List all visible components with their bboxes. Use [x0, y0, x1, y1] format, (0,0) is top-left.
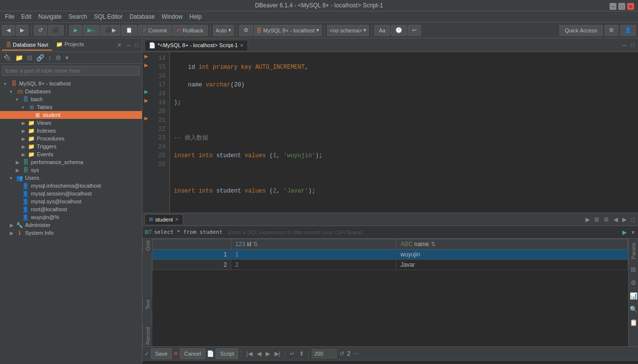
result-next-icon[interactable]: ▶: [621, 216, 628, 224]
result-tab-close[interactable]: ✕: [175, 217, 179, 222]
maximize-button[interactable]: □: [618, 3, 625, 10]
col-header-name[interactable]: ABC name ⇅: [396, 239, 628, 250]
tab-database-navigator[interactable]: 🗄 Database Navi: [2, 40, 52, 51]
explain-plan-button[interactable]: 📋: [121, 25, 137, 36]
nav-dropdown-button[interactable]: ▾: [64, 53, 70, 62]
res-count-btn[interactable]: ↵: [288, 350, 296, 358]
commit-button[interactable]: ✓ Commit: [138, 25, 171, 36]
tree-item-events[interactable]: ▶ 📁 Events: [0, 150, 142, 158]
panels-icon-1[interactable]: ⊞: [629, 264, 638, 275]
tree-item-user-4[interactable]: 👤 root@localhost: [0, 205, 142, 213]
text-label[interactable]: Text: [142, 298, 152, 311]
undo-button[interactable]: ↩: [408, 25, 421, 36]
refresh-button[interactable]: ↺: [34, 25, 47, 36]
panels-icon-3[interactable]: 📊: [628, 291, 638, 301]
tree-item-sys[interactable]: ▶ 🗄 sys: [0, 166, 142, 174]
nav-link-button[interactable]: 🔗: [35, 53, 46, 62]
cell-id-1[interactable]: 1: [231, 250, 396, 260]
panels-icon-4[interactable]: 🔍: [628, 304, 638, 314]
nav-collapse-button[interactable]: ⊟: [26, 53, 34, 62]
editor-tab-close[interactable]: ✕: [240, 43, 244, 48]
auto-commit-combo[interactable]: Auto ▾: [213, 25, 234, 36]
user-button[interactable]: 👤: [620, 25, 636, 36]
grid-label[interactable]: Grid: [142, 239, 152, 253]
res-next-btn[interactable]: ▶: [264, 350, 272, 358]
menu-search[interactable]: Search: [65, 12, 90, 21]
tree-item-student[interactable]: ⊞ student: [0, 111, 142, 119]
run-selected-button[interactable]: ▶▷: [83, 25, 100, 36]
result-settings-icon[interactable]: ⚙: [602, 216, 610, 224]
panel-maximize-icon[interactable]: □: [134, 41, 140, 49]
tree-item-tables[interactable]: ▾ ⊞ Tables: [0, 103, 142, 111]
tree-item-views[interactable]: ▶ 📁 Views: [0, 119, 142, 127]
sql-history-button[interactable]: 🕐: [391, 25, 407, 36]
tree-item-indexes[interactable]: ▶ 📁 Indexes: [0, 127, 142, 135]
name-sort-icon[interactable]: ⇅: [431, 241, 436, 248]
res-prev-btn[interactable]: ◀: [255, 350, 263, 358]
editor-maximize-icon[interactable]: □: [630, 41, 636, 49]
tree-item-databases[interactable]: ▾ 🗃 Databases: [0, 87, 142, 95]
forward-button[interactable]: ▶: [16, 25, 28, 36]
cell-name-2[interactable]: Javar: [396, 260, 628, 270]
row-count-input[interactable]: [312, 349, 336, 358]
tree-item-mysql-root[interactable]: ▾ 🗄 MySQL 8+ - localhost: [0, 80, 142, 87]
nav-new-folder-button[interactable]: 📁: [14, 53, 25, 62]
save-button[interactable]: Save: [151, 348, 172, 359]
result-prev-icon[interactable]: ◀: [612, 216, 619, 224]
menu-sql-editor[interactable]: SQL Editor: [91, 12, 125, 21]
result-maximize-icon[interactable]: □: [630, 216, 636, 224]
settings-button[interactable]: ⚙: [605, 25, 618, 36]
script-button[interactable]: Script: [216, 348, 238, 359]
id-sort-icon[interactable]: ⇅: [253, 241, 258, 248]
expr-dropdown-button[interactable]: ▾: [630, 228, 636, 236]
close-button[interactable]: ✕: [627, 3, 634, 10]
cell-id-2[interactable]: 2: [231, 260, 396, 270]
tree-item-user-3[interactable]: 👤 mysql.sys@localhost: [0, 197, 142, 205]
tree-item-performance-schema[interactable]: ▶ 🗄 performance_schema: [0, 158, 142, 166]
run-button[interactable]: ▶: [69, 25, 82, 36]
result-filter-icon[interactable]: ⊞: [593, 216, 601, 224]
format-sql-button[interactable]: Aa: [374, 25, 389, 36]
cell-name-1[interactable]: wuyujin: [396, 250, 628, 260]
menu-help[interactable]: Help: [187, 12, 205, 21]
menu-window[interactable]: Window: [159, 12, 186, 21]
menu-navigate[interactable]: Navigate: [35, 12, 64, 21]
menu-file[interactable]: File: [2, 12, 17, 21]
res-export-btn[interactable]: ⬆: [298, 350, 305, 358]
result-run-icon[interactable]: ▶: [584, 216, 591, 224]
panels-icon-2[interactable]: ⚙: [629, 278, 638, 288]
nav-new-button[interactable]: 🔌: [2, 53, 13, 62]
expr-run-button[interactable]: ▶: [621, 228, 628, 236]
table-row[interactable]: 2 2 Javar: [153, 260, 628, 270]
run-script-button[interactable]: ⬛▶: [101, 25, 120, 36]
panels-label[interactable]: Panels: [630, 241, 638, 261]
col-header-id[interactable]: 123 id ⇅: [231, 239, 396, 250]
menu-database[interactable]: Database: [127, 12, 158, 21]
tree-item-administer[interactable]: ▶ 🔧 Administer: [0, 221, 142, 229]
tab-projects[interactable]: 📁 Projects: [52, 39, 88, 51]
editor-minimize-icon[interactable]: ─: [621, 41, 628, 49]
menu-edit[interactable]: Edit: [18, 12, 34, 21]
tree-item-user-1[interactable]: 👤 mysql.infoschema@localhost: [0, 182, 142, 190]
res-first-btn[interactable]: |◀: [245, 350, 253, 358]
res-more-btn[interactable]: ⋯: [352, 350, 361, 358]
res-refresh-btn[interactable]: ↺: [338, 350, 346, 358]
minimize-button[interactable]: ─: [610, 3, 616, 10]
nav-settings-button[interactable]: ⚙: [54, 53, 63, 62]
res-last-btn[interactable]: ▶|: [273, 350, 282, 358]
panel-collapse-icon[interactable]: ✕: [115, 41, 123, 49]
record-label[interactable]: Record: [142, 325, 152, 346]
quick-access[interactable]: Quick Access: [559, 25, 603, 36]
result-tab-student[interactable]: ⊞ student ✕: [144, 214, 183, 224]
connection-settings-button[interactable]: ⚙: [239, 25, 253, 36]
cancel-button[interactable]: Cancel: [180, 348, 205, 359]
table-search-input[interactable]: [2, 66, 140, 76]
tree-item-system-info[interactable]: ▶ ℹ System Info: [0, 229, 142, 237]
stop-button[interactable]: ⬛: [48, 25, 64, 36]
schema-combo[interactable]: <no schema> ▾: [327, 25, 369, 36]
tree-item-bach[interactable]: ▾ 🗄 bach: [0, 95, 142, 103]
tree-item-procedures[interactable]: ▶ 📁 Procedures: [0, 135, 142, 142]
nav-sync-button[interactable]: ↕: [47, 53, 53, 62]
rollback-button[interactable]: ↩ Rollback: [172, 25, 208, 36]
tree-item-user-2[interactable]: 👤 mysql.session@localhost: [0, 190, 142, 197]
